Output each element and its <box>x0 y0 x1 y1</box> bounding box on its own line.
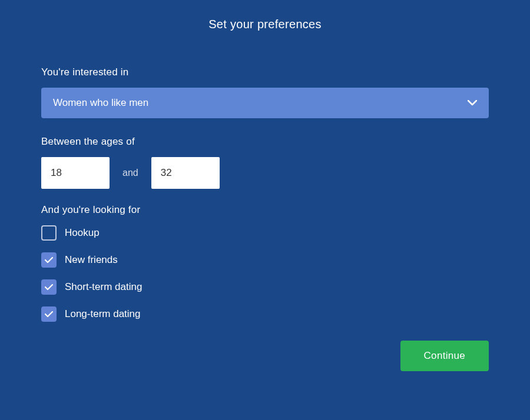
checkbox <box>41 306 57 322</box>
age-max-input[interactable] <box>151 157 220 189</box>
checkbox-option-hookup[interactable]: Hookup <box>41 225 489 241</box>
age-range-row: and <box>41 157 489 189</box>
interested-selected-value: Women who like men <box>53 97 148 109</box>
checkbox-option-short-term-dating[interactable]: Short-term dating <box>41 279 489 295</box>
interested-label: You're interested in <box>41 66 489 78</box>
page-title: Set your preferences <box>0 0 530 31</box>
chevron-down-icon <box>468 100 477 106</box>
button-row: Continue <box>0 334 530 371</box>
checkbox <box>41 252 57 268</box>
checkbox-option-long-term-dating[interactable]: Long-term dating <box>41 306 489 322</box>
looking-for-label: And you're looking for <box>41 204 489 216</box>
checkbox <box>41 225 57 241</box>
checkbox-label: Short-term dating <box>65 281 142 293</box>
continue-button[interactable]: Continue <box>400 341 489 371</box>
check-icon <box>45 257 53 264</box>
check-icon <box>45 284 53 291</box>
ages-label: Between the ages of <box>41 136 489 148</box>
checkbox <box>41 279 57 295</box>
checkbox-option-new-friends[interactable]: New friends <box>41 252 489 268</box>
checkbox-label: New friends <box>65 254 118 266</box>
age-min-input[interactable] <box>41 157 110 189</box>
preferences-form: You're interested in Women who like men … <box>0 31 530 322</box>
interested-dropdown[interactable]: Women who like men <box>41 88 489 118</box>
checkbox-label: Long-term dating <box>65 308 141 320</box>
age-and-label: and <box>122 168 138 178</box>
check-icon <box>45 311 53 318</box>
looking-for-group: Hookup New friends Short-term dating Lon… <box>41 225 489 322</box>
checkbox-label: Hookup <box>65 227 100 239</box>
